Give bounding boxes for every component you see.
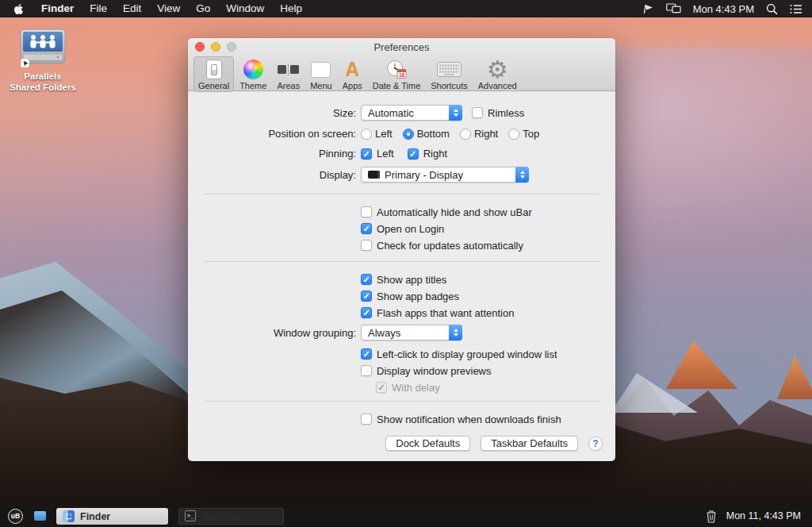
size-dropdown[interactable]: Automatic xyxy=(361,105,462,121)
tab-date-time[interactable]: 18 Date & Time xyxy=(368,56,426,92)
display-label: Display: xyxy=(188,169,356,181)
zoom-button-disabled xyxy=(227,42,236,52)
alias-arrow-badge xyxy=(21,59,29,67)
size-label: Size: xyxy=(188,107,356,119)
taskbar-right: Mon 11, 4:43 PM xyxy=(706,510,812,523)
menu-item-edit[interactable]: Edit xyxy=(115,0,149,17)
show-app-titles-row: Show app titles xyxy=(188,273,615,286)
dropdown-stepper-icon xyxy=(515,167,529,183)
apple-menu[interactable] xyxy=(0,3,33,15)
clock-calendar-icon: 18 xyxy=(386,59,408,80)
tab-areas[interactable]: Areas xyxy=(272,56,304,92)
parallels-status-icon[interactable] xyxy=(642,3,654,15)
window-grouping-row: Window grouping: Always xyxy=(188,325,615,340)
areas-icon xyxy=(278,59,299,80)
wallpaper-sunlit-peak-2 xyxy=(777,356,812,399)
position-row: Position on screen: Left Bottom Right To… xyxy=(188,127,615,140)
tab-advanced[interactable]: ⚙ Advanced xyxy=(473,56,522,92)
desktop-shortcut-label: Parallels Shared Folders xyxy=(10,71,76,94)
menu-item-file[interactable]: File xyxy=(82,0,115,17)
drive-icon xyxy=(20,29,66,68)
downloads-notification-checkbox[interactable] xyxy=(361,414,372,425)
window-previews-row: Display window previews xyxy=(188,364,615,377)
menu-item-window[interactable]: Window xyxy=(218,0,272,17)
pinning-left-checkbox[interactable] xyxy=(361,148,372,160)
rimless-checkbox[interactable] xyxy=(472,107,483,118)
task-button-terminal[interactable]: >_ Terminal xyxy=(178,508,284,525)
terminal-icon: >_ xyxy=(185,510,196,521)
autohide-row: Automatically hide and show uBar xyxy=(188,206,615,218)
displays-icon[interactable] xyxy=(666,3,681,14)
size-row: Size: Automatic Rimless xyxy=(188,105,615,121)
traffic-lights xyxy=(195,42,236,52)
finder-icon xyxy=(63,510,75,522)
position-left-radio[interactable]: Left xyxy=(361,128,393,140)
menu-bar-clock[interactable]: Mon 4:43 PM xyxy=(693,3,754,15)
tab-apps[interactable]: A Apps xyxy=(338,56,367,92)
window-grouping-dropdown[interactable]: Always xyxy=(361,325,462,340)
flash-apps-checkbox[interactable] xyxy=(361,307,372,318)
check-updates-checkbox[interactable] xyxy=(361,240,372,251)
downloads-notification-row: Show notification when downloads finish xyxy=(188,413,615,425)
dropdown-stepper-icon xyxy=(449,105,462,121)
flash-apps-row: Flash apps that want attention xyxy=(188,306,615,319)
position-top-radio[interactable]: Top xyxy=(508,128,539,140)
tab-shortcuts[interactable]: Shortcuts xyxy=(426,56,472,92)
preferences-window: Preferences General Theme Areas Menu A A… xyxy=(188,38,615,461)
pinning-right-checkbox[interactable] xyxy=(408,148,419,160)
preferences-content: Size: Automatic Rimless Position on scre… xyxy=(188,91,615,451)
gear-icon: ⚙ xyxy=(487,59,508,80)
minimize-button[interactable] xyxy=(211,42,220,52)
trash-icon[interactable] xyxy=(706,510,717,523)
rimless-label: Rimless xyxy=(488,107,524,119)
with-delay-checkbox xyxy=(376,382,387,393)
title-bar[interactable]: Preferences xyxy=(188,38,615,56)
taskbar-clock[interactable]: Mon 11, 4:43 PM xyxy=(726,510,801,521)
tab-general[interactable]: General xyxy=(193,56,234,92)
light-switch-icon xyxy=(206,59,222,80)
menu-bar: Finder File Edit View Go Window Help Mon… xyxy=(0,0,812,17)
tab-theme[interactable]: Theme xyxy=(235,56,271,92)
left-click-group-checkbox[interactable] xyxy=(361,348,372,360)
pinning-label: Pinning: xyxy=(188,148,356,160)
check-updates-row: Check for updates automatically xyxy=(188,239,615,252)
left-click-group-row: Left-click to display grouped window lis… xyxy=(188,348,615,360)
dropdown-stepper-icon xyxy=(449,325,462,340)
window-previews-checkbox[interactable] xyxy=(361,365,372,376)
color-wheel-icon xyxy=(243,59,263,80)
show-app-badges-checkbox[interactable] xyxy=(361,290,372,302)
open-on-login-checkbox[interactable] xyxy=(361,223,372,234)
help-button[interactable]: ? xyxy=(588,437,603,451)
menu-item-go[interactable]: Go xyxy=(188,0,218,17)
menu-item-finder[interactable]: Finder xyxy=(33,0,82,17)
with-delay-row: With delay xyxy=(188,381,615,394)
autohide-checkbox[interactable] xyxy=(361,206,372,217)
ubar-logo-button[interactable]: uB xyxy=(8,509,23,524)
search-icon[interactable] xyxy=(766,3,778,15)
section-divider xyxy=(204,401,599,402)
task-button-finder[interactable]: Finder xyxy=(56,508,168,525)
show-app-titles-checkbox[interactable] xyxy=(361,274,372,285)
taskbar-defaults-button[interactable]: Taskbar Defaults xyxy=(481,436,578,451)
display-glyph-icon xyxy=(368,171,380,179)
position-right-radio[interactable]: Right xyxy=(460,128,498,140)
menu-item-help[interactable]: Help xyxy=(272,0,310,17)
desktop-shortcut-parallels-shared-folders[interactable]: Parallels Shared Folders xyxy=(10,29,76,94)
display-dropdown[interactable]: Primary - Display xyxy=(361,167,529,183)
window-chrome: Preferences General Theme Areas Menu A A… xyxy=(188,38,615,91)
defaults-button-row: Dock Defaults Taskbar Defaults ? xyxy=(188,436,615,451)
show-desktop-button[interactable] xyxy=(34,511,46,521)
close-button[interactable] xyxy=(195,42,205,52)
display-row: Display: Primary - Display xyxy=(188,167,615,183)
menu-window-icon xyxy=(311,59,331,80)
menu-bar-status-area: Mon 4:43 PM xyxy=(642,3,812,15)
notification-center-icon[interactable] xyxy=(790,4,802,14)
apple-icon xyxy=(13,3,24,15)
window-title: Preferences xyxy=(188,38,615,56)
tab-menu[interactable]: Menu xyxy=(305,56,337,92)
apps-a-frame-icon: A xyxy=(346,59,359,80)
menu-item-view[interactable]: View xyxy=(149,0,188,17)
dock-defaults-button[interactable]: Dock Defaults xyxy=(385,436,470,451)
open-on-login-row: Open on Login xyxy=(188,222,615,235)
position-bottom-radio[interactable]: Bottom xyxy=(403,128,450,140)
